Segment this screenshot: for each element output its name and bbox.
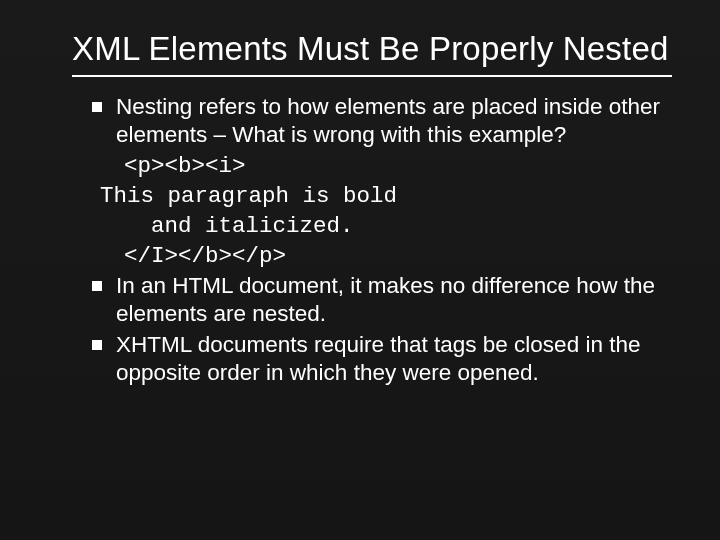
slide: XML Elements Must Be Properly Nested Nes…: [0, 0, 720, 540]
code-line: and italicized.: [66, 212, 674, 240]
code-line: This paragraph is bold: [66, 182, 674, 210]
bullet-square-icon: [92, 340, 102, 350]
title-underline: [72, 75, 672, 77]
bullet-square-icon: [92, 281, 102, 291]
code-line: <p><b><i>: [66, 152, 674, 180]
bullet-item: Nesting refers to how elements are place…: [66, 93, 674, 150]
bullet-text: In an HTML document, it makes no differe…: [116, 272, 674, 329]
bullet-text: XHTML documents require that tags be clo…: [116, 331, 674, 388]
slide-body: Nesting refers to how elements are place…: [42, 93, 678, 388]
bullet-item: XHTML documents require that tags be clo…: [66, 331, 674, 388]
code-line: </I></b></p>: [66, 242, 674, 270]
bullet-text: Nesting refers to how elements are place…: [116, 93, 674, 150]
bullet-square-icon: [92, 102, 102, 112]
slide-title: XML Elements Must Be Properly Nested: [42, 30, 678, 69]
bullet-item: In an HTML document, it makes no differe…: [66, 272, 674, 329]
